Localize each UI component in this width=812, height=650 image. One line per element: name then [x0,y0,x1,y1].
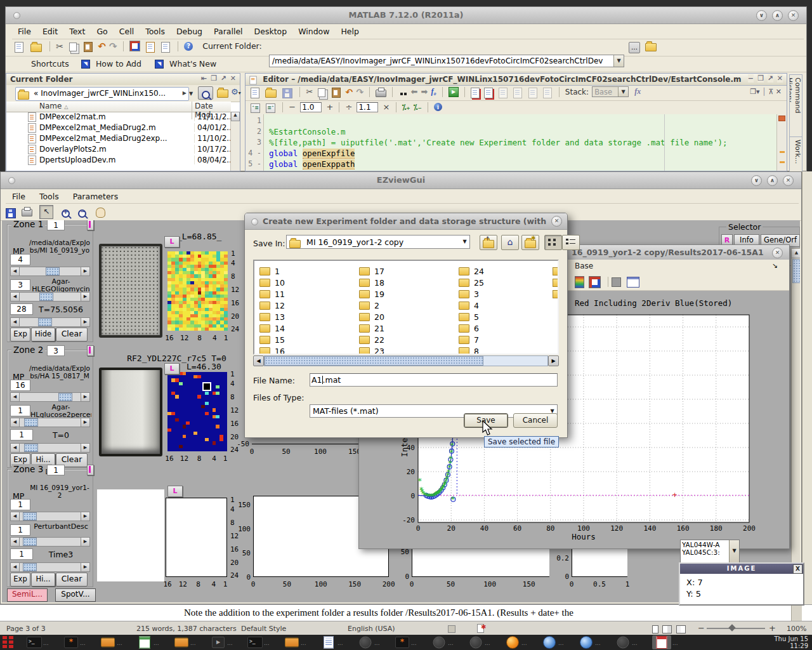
view-book-icon[interactable] [676,625,686,633]
maximize-button[interactable]: ∧ [767,175,778,186]
hscroll-thumb[interactable] [265,356,483,366]
copy-icon[interactable] [69,43,77,51]
scroll-right-icon[interactable]: ▶ [548,355,559,366]
grid-view-button[interactable] [544,235,562,250]
folder-item-clipped[interactable] [553,265,559,275]
shortcut-how-to-add[interactable]: How to Add [96,59,141,69]
zone-row2-field[interactable] [10,279,30,291]
taskbar-item-firefox[interactable] [505,635,520,649]
hide-button[interactable]: Hide [31,328,55,342]
taskbar-item-app[interactable] [615,635,631,649]
print-icon[interactable] [376,90,386,97]
help-icon[interactable]: ? [184,42,193,51]
slider-right-arrow-icon[interactable]: ▶ [81,393,89,401]
semilog-button[interactable]: SemiL... [7,588,48,602]
zone-row3-field[interactable] [10,548,33,560]
slider-right-arrow-icon[interactable]: ▶ [81,318,89,326]
ezview-titlebar[interactable]: EZviewGui ∨ ∧ ✕ [1,172,801,189]
paste-icon[interactable] [84,42,93,52]
zone-slider[interactable]: ◀▶ [10,292,90,302]
code-line[interactable]: global openExpfile [269,149,355,158]
menu-window[interactable]: Window [292,25,335,38]
folder-item[interactable]: 1 [259,265,280,275]
panel-close-icon[interactable]: ✕ [230,74,236,83]
home-button[interactable]: ⌂ [501,235,519,250]
restore-icon[interactable]: ❒ [211,74,217,83]
folder-item-clipped[interactable] [553,288,559,298]
slider-right-arrow-icon[interactable]: ▶ [81,563,89,571]
menu-edit[interactable]: Edit [37,25,63,38]
slider-left-arrow-icon[interactable]: ◀ [11,418,20,427]
save-icon[interactable] [282,88,292,98]
pin-icon[interactable] [87,220,94,230]
simulink-icon[interactable] [129,41,140,51]
app-launcher-icon[interactable] [1,636,15,649]
dialog-menu-icon[interactable] [251,218,258,225]
folder-list-hscrollbar[interactable]: ◀ ▶ [253,355,559,366]
gene-dropdown-icon[interactable]: ▼ [729,540,739,563]
taskbar-item-globe[interactable] [542,635,557,649]
matlab-titlebar[interactable]: MATLAB 7.12.0 (R2011a) ∨ ∧ ✕ [6,7,806,24]
file-row[interactable]: DMPexcel2mat_MediaDrug2exp...11/10/2... [6,133,231,144]
slider-left-arrow-icon[interactable]: ◀ [11,293,20,301]
ezview-menu-parameters[interactable]: Parameters [67,190,126,203]
zone1-heatmap[interactable] [167,251,228,331]
shortcut-whats-new[interactable]: What's New [169,59,216,69]
file-name[interactable]: DMPexcel2mat.m [39,112,106,121]
outdent-icon[interactable]: ≣⁺ [266,103,275,113]
pin-icon[interactable] [87,465,94,475]
mp-field[interactable] [10,380,30,391]
divide-icon[interactable]: ÷ [345,102,352,112]
browse-folder-button[interactable]: … [629,42,640,53]
slider-thumb[interactable] [39,293,53,301]
exp-button[interactable]: Exp [10,328,30,342]
menu-help[interactable]: Help [335,25,365,38]
step-icon[interactable] [499,88,508,98]
run-icon[interactable]: ▶ [449,87,459,97]
breadcrumb[interactable]: « InovImager_jwrCF_WINLinx150... [34,89,166,98]
taskbar-item-doc[interactable] [321,635,336,649]
folder-item[interactable]: 19 [359,288,384,298]
breakpoint-set-icon[interactable] [471,88,480,98]
zone-slider[interactable]: ◀▶ [10,512,90,521]
zone2-heatmap[interactable] [167,372,227,451]
folder-item[interactable]: 15 [259,333,285,343]
ez-right-scrollbar[interactable]: ▲ [791,248,800,602]
folder-item[interactable]: 17 [359,265,384,275]
writer-scrollbar[interactable] [791,605,802,621]
vscroll-thumb[interactable] [792,259,800,283]
folder-item[interactable]: 25 [459,276,484,286]
exp-button[interactable]: Exp [10,573,30,587]
zone2-label-button[interactable]: L [164,363,180,375]
zoom-in-control[interactable]: + [769,623,776,633]
menu-tools[interactable]: Tools [140,25,171,38]
folder-item[interactable]: 13 [259,310,285,321]
run-to-cursor-icon[interactable] [543,88,552,98]
close-button[interactable]: ✕ [788,10,799,21]
save-in-combobox[interactable]: MI 16_0919_yor1-2 copy ▼ [286,235,470,249]
taskbar-item-app[interactable] [358,635,373,649]
folder-item[interactable]: 11 [259,288,285,298]
folder-item[interactable]: 20 [359,310,384,321]
taskbar-item-folder[interactable] [284,635,299,649]
slider-right-arrow-icon[interactable]: ▶ [81,418,89,427]
dialog-titlebar[interactable]: Create new Experiment folder and data st… [245,213,567,230]
undo-icon[interactable]: ↶ [346,87,353,97]
cell-value-field-1[interactable] [300,102,322,112]
address-bar[interactable]: « InovImager_jwrCF_WINLinx150... ▶ [15,87,189,101]
indent-icon[interactable]: ⁺≣ [251,103,260,113]
gene-listbox[interactable]: YAL044W-A YAL045C:3: ▼ [680,540,740,564]
increase-icon[interactable]: + [326,102,333,112]
editor-close-icon[interactable]: ✕ [777,74,783,83]
folder-item[interactable]: 24 [459,265,484,275]
taskbar-item-terminal[interactable]: >_ [247,635,263,649]
folder-item-clipped[interactable] [553,276,559,286]
folder-item[interactable]: 22 [359,333,384,343]
file-row[interactable]: DpertsUploadDev.m08/04/2... [6,155,231,166]
view-single-page-icon[interactable] [652,625,658,633]
taskbar-item-spark[interactable]: * [63,635,79,649]
editor-restore-icon[interactable]: ❒ [757,74,764,83]
current-folder-panel-header[interactable]: Current Folder ⇤ ❒ ↗ ✕ [6,74,240,86]
dock-icon[interactable]: ↘ [772,262,778,270]
status-page[interactable]: Page 3 of 3 [6,625,46,633]
